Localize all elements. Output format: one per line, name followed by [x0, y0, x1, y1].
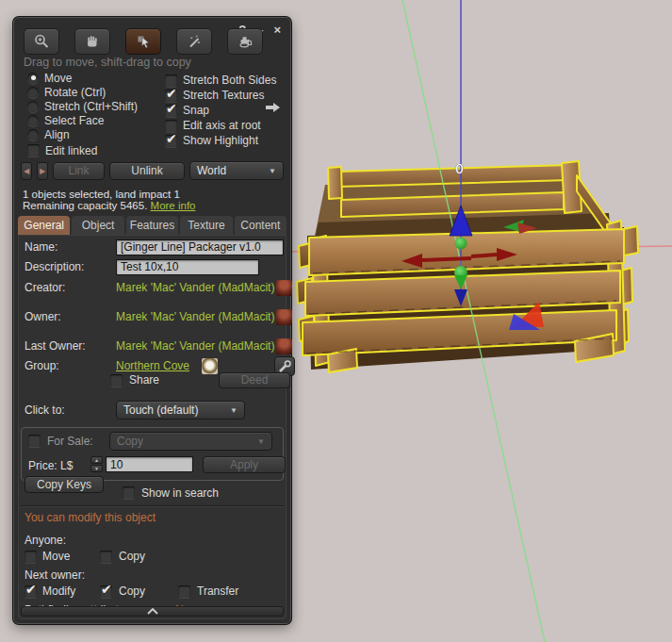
creator-label: Creator: — [25, 281, 65, 294]
creator-avatar-thumbnail[interactable] — [276, 280, 292, 296]
checkbox-edit-axis-at-root[interactable]: Edit axis at root — [165, 118, 276, 133]
checkbox-edit-linked[interactable]: Edit linked — [27, 143, 138, 157]
create-tool-button[interactable] — [176, 28, 212, 55]
group-name-link[interactable]: Northern Cove — [116, 359, 189, 372]
radio-align[interactable]: Align — [27, 127, 138, 141]
owner-row: Owner: Marek 'Mac' Vander (MadMacit) — [25, 310, 280, 323]
copy-keys-button[interactable]: Copy Keys — [25, 476, 104, 493]
modify-permission-notice: You can modify this object — [25, 511, 280, 524]
mode-checkbox-column: Stretch Both Sides Stretch Textures Snap… — [165, 73, 276, 148]
tab-object[interactable]: Object — [72, 216, 123, 235]
close-button[interactable]: × — [273, 23, 281, 37]
last-owner-avatar-thumbnail[interactable] — [276, 338, 292, 354]
checkbox-label: Edit axis at root — [183, 119, 261, 132]
checkbox-stretch-textures[interactable]: Stretch Textures — [165, 88, 276, 103]
name-input[interactable] — [116, 239, 284, 255]
move-tool-button[interactable] — [74, 28, 110, 55]
apply-button[interactable]: Apply — [203, 456, 286, 473]
owner-name-link[interactable]: Marek 'Mac' Vander (MadMacit) — [116, 310, 274, 323]
radio-indicator[interactable] — [27, 87, 39, 98]
show-in-search-checkbox[interactable] — [123, 486, 135, 499]
edit-mode-options: Move Rotate (Ctrl) Stretch (Ctrl+Shift) … — [27, 71, 283, 161]
creator-name-link[interactable]: Marek 'Mac' Vander (MadMacit) — [116, 281, 274, 294]
radio-rotate[interactable]: Rotate (Ctrl) — [27, 85, 138, 99]
sale-type-dropdown[interactable]: Copy ▼ — [109, 432, 272, 451]
selected-object-crate[interactable] — [297, 161, 638, 372]
bulldozer-icon — [235, 33, 255, 50]
tab-content[interactable]: Content — [235, 216, 287, 235]
radio-stretch[interactable]: Stretch (Ctrl+Shift) — [27, 99, 138, 113]
checkbox-indicator[interactable] — [165, 135, 177, 147]
build-tools-floater[interactable]: ? – × — [13, 17, 291, 624]
radio-indicator[interactable] — [27, 115, 39, 126]
edit-tool-button[interactable] — [125, 28, 161, 55]
coordinate-frame-dropdown[interactable]: World ▼ — [189, 161, 284, 180]
magnifier-icon — [31, 33, 52, 50]
next-transfer-label: Transfer — [197, 584, 238, 598]
land-tool-button[interactable] — [227, 28, 263, 55]
prev-part-button[interactable]: ◀ — [21, 162, 32, 180]
checkbox-indicator[interactable] — [165, 105, 177, 117]
second-life-viewer: { "window": { "help_label": "?", "minimi… — [0, 0, 672, 642]
radio-indicator[interactable] — [27, 129, 39, 140]
spinner-down-button[interactable]: ▼ — [90, 465, 103, 472]
next-part-button[interactable]: ▶ — [37, 162, 48, 180]
next-copy-checkbox[interactable] — [100, 585, 112, 598]
radio-indicator[interactable] — [27, 101, 39, 112]
link-button[interactable]: Link — [53, 162, 105, 180]
general-tab-panel: Name: Description: Creator: Marek 'Mac' … — [18, 235, 287, 619]
checkbox-label: Snap — [183, 104, 209, 117]
unlink-button[interactable]: Unlink — [109, 162, 185, 180]
radio-move[interactable]: Move — [27, 71, 138, 85]
price-input[interactable] — [106, 456, 193, 472]
click-to-label: Click to: — [25, 403, 65, 417]
spinner-up-button[interactable]: ▲ — [90, 456, 103, 464]
more-info-link[interactable]: More info — [151, 200, 196, 211]
dropdown-value: Copy — [117, 435, 143, 448]
checkbox-snap[interactable]: Snap — [165, 103, 276, 118]
y-axis-ball-handle[interactable] — [455, 238, 467, 250]
capacity-text: Remaining capacity 5465. More info — [23, 200, 195, 211]
group-row: Group: Northern Cove — [25, 359, 280, 372]
radio-label: Align — [44, 128, 70, 141]
next-transfer-checkbox[interactable] — [178, 585, 190, 598]
description-input[interactable] — [116, 259, 259, 275]
group-label: Group: — [25, 359, 59, 372]
checkbox-indicator[interactable] — [27, 144, 40, 156]
anyone-move-label: Move — [42, 550, 70, 563]
section-divider — [21, 505, 284, 507]
tab-bar: General Object Features Texture Content — [18, 216, 287, 235]
anyone-copy-checkbox[interactable] — [100, 551, 112, 563]
click-to-row: Click to: Touch (default) ▼ — [25, 403, 280, 417]
next-copy-label: Copy — [119, 584, 145, 598]
price-spinner: ▲ ▼ — [90, 456, 103, 472]
tab-general[interactable]: General — [18, 216, 70, 235]
share-label: Share — [129, 373, 159, 387]
next-modify-checkbox[interactable] — [25, 585, 37, 598]
show-in-search-label: Show in search — [141, 486, 219, 500]
checkbox-show-highlight[interactable]: Show Highlight — [165, 133, 276, 148]
radio-select-face[interactable]: Select Face — [27, 113, 138, 127]
checkbox-stretch-both-sides[interactable]: Stretch Both Sides — [165, 73, 276, 88]
share-checkbox[interactable] — [110, 374, 123, 387]
snap-options-arrow-icon[interactable] — [266, 103, 281, 112]
link-controls-row: ◀ ▶ Link Unlink World ▼ — [21, 161, 284, 180]
focus-tool-button[interactable] — [24, 28, 59, 55]
tool-button-bar — [24, 28, 263, 55]
scroll-up-strip[interactable] — [21, 606, 284, 617]
anyone-move-checkbox[interactable] — [25, 551, 37, 563]
owner-avatar-thumbnail[interactable] — [276, 309, 292, 325]
for-sale-groupbox: For Sale: Copy ▼ Price: L$ ▲ ▼ Apply — [21, 427, 284, 481]
click-action-dropdown[interactable]: Touch (default) ▼ — [116, 401, 245, 420]
deed-button[interactable]: Deed — [219, 372, 290, 388]
for-sale-checkbox[interactable] — [28, 435, 41, 447]
last-owner-name-link[interactable]: Marek 'Mac' Vander (MadMacit) — [116, 339, 274, 353]
tab-texture[interactable]: Texture — [180, 216, 232, 235]
group-insignia-thumbnail[interactable] — [202, 358, 218, 374]
for-sale-label: For Sale: — [47, 435, 93, 448]
tab-features[interactable]: Features — [126, 216, 178, 235]
radio-indicator[interactable] — [27, 73, 39, 84]
radio-label: Move — [44, 72, 72, 85]
anyone-permissions-row: Move Copy — [25, 550, 280, 563]
chevron-up-icon — [147, 608, 158, 615]
